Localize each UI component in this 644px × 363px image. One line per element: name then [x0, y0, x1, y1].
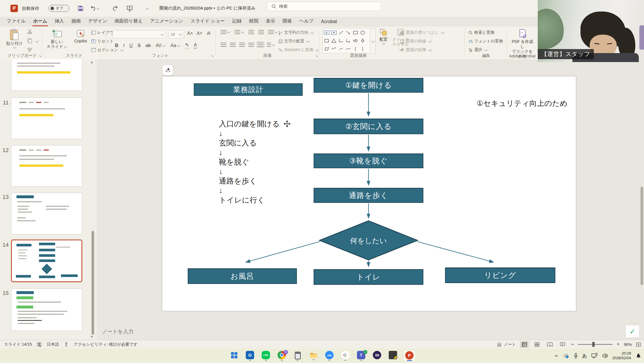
block-arrow-right-icon[interactable]	[352, 37, 359, 45]
tab-view[interactable]: 表示	[262, 16, 279, 27]
increase-indent-button[interactable]	[258, 30, 264, 34]
flow-node-3[interactable]: ③靴を脱ぐ	[314, 154, 423, 168]
powerpoint-taskbar-button[interactable]: P	[404, 351, 415, 361]
tab-acrobat[interactable]: Acrobat	[317, 17, 341, 27]
tab-insert[interactable]: 挿入	[51, 16, 68, 27]
find-replace-button[interactable]: 検索と置換	[468, 30, 494, 35]
notes-pane[interactable]: ノートを入力 ✓	[97, 323, 644, 340]
spell-check-icon[interactable]	[37, 342, 42, 347]
elbow-arrow-connector-icon[interactable]	[345, 37, 352, 45]
format-painter-button[interactable]	[27, 47, 32, 53]
mic-icon[interactable]	[574, 353, 578, 359]
tab-file[interactable]: ファイル	[3, 16, 29, 27]
reading-view-button[interactable]	[546, 341, 554, 348]
flow-node-2[interactable]: ②玄関に入る	[314, 119, 423, 134]
accessibility-icon[interactable]	[64, 342, 68, 347]
distribute-button[interactable]	[258, 43, 263, 47]
copy-button[interactable]	[27, 38, 32, 43]
explorer-taskbar-button[interactable]	[309, 352, 319, 360]
zoom-slider-thumb[interactable]	[592, 342, 595, 347]
numbering-button[interactable]	[234, 30, 244, 34]
chrome-taskbar-button[interactable]: 0	[277, 351, 287, 361]
zoom-in-button[interactable]: +	[617, 341, 620, 347]
thumbnail-scrollbar[interactable]	[92, 231, 94, 335]
tab-help[interactable]: ヘルプ	[295, 16, 317, 27]
flow-node-1[interactable]: ①鍵を開ける	[314, 78, 423, 93]
tab-slideshow[interactable]: スライド ショー	[187, 16, 229, 27]
line-taskbar-button[interactable]: LINE	[261, 351, 271, 361]
tab-developer[interactable]: 開発	[279, 16, 295, 27]
flow-node-4[interactable]: 通路を歩く	[314, 188, 423, 203]
elbow-connector-icon[interactable]	[337, 37, 345, 45]
flow-title-box[interactable]: 業務設計	[194, 83, 303, 96]
annotation-text[interactable]: ①セキュリティ向上のため	[477, 98, 567, 108]
triangle-icon[interactable]	[330, 37, 338, 45]
confirm-button[interactable]: ✓	[626, 325, 639, 338]
shape-gallery-more-button[interactable]	[371, 28, 376, 54]
font-size-input[interactable]: 18	[168, 30, 184, 38]
speaker-icon[interactable]	[602, 353, 608, 358]
arc-icon[interactable]	[337, 45, 345, 53]
line-shape-icon[interactable]	[337, 29, 345, 37]
text-box-icon[interactable]: A	[323, 29, 330, 37]
start-slideshow-button[interactable]	[125, 4, 135, 13]
tab-animations[interactable]: アニメーション	[146, 16, 187, 27]
notification-bell-icon[interactable]: z	[635, 353, 642, 359]
zoom-out-button[interactable]: −	[571, 341, 574, 347]
tray-chevron-icon[interactable]	[554, 354, 558, 357]
tab-review[interactable]: 校閲	[245, 16, 262, 27]
search-input[interactable]: 検索	[267, 2, 381, 11]
smartart-button[interactable]: SmartArt に変換	[278, 47, 319, 53]
slide-thumbnail-12[interactable]	[11, 145, 82, 187]
save-button[interactable]	[76, 4, 85, 13]
tab-transitions[interactable]: 画面切り替え	[111, 16, 146, 27]
italic-button[interactable]: I	[123, 43, 124, 48]
align-right-button[interactable]	[239, 43, 245, 47]
thumbnail-scroll-up-icon[interactable]: ▲	[90, 60, 94, 64]
teams-taskbar-button[interactable]: T ✓	[356, 351, 366, 361]
tab-record[interactable]: 記録	[228, 16, 245, 27]
columns-button[interactable]	[267, 43, 275, 47]
arrange-button[interactable]: 配置	[377, 28, 390, 45]
shape-outline-button[interactable]: 図形の枠線	[400, 39, 432, 44]
redo-button[interactable]	[110, 4, 120, 13]
outlook-taskbar-button[interactable]: O	[245, 351, 255, 361]
oval-icon[interactable]	[359, 29, 366, 37]
vertical-text-box-icon[interactable]: A	[330, 29, 338, 37]
accessibility-status[interactable]: アクセシビリティ: 検討が必要です	[74, 342, 137, 347]
autosave-toggle[interactable]: オフ	[49, 5, 69, 12]
process-text-list[interactable]: 入口の鍵を開ける ↓ 玄関に入る ↓ 靴を脱ぐ ↓ 通路を歩く ↓ トイレに行く	[219, 119, 280, 205]
rounded-rectangle-icon[interactable]	[323, 37, 330, 45]
start-button[interactable]	[229, 351, 239, 360]
align-center-button[interactable]	[230, 43, 236, 47]
zoom-level[interactable]: 96%	[624, 342, 632, 347]
onedrive-icon[interactable]: i	[563, 353, 569, 358]
text-direction-button[interactable]: A 文字列の方向	[278, 30, 314, 35]
zoom-slider[interactable]	[578, 344, 613, 345]
line-spacing-button[interactable]	[268, 30, 278, 34]
font-name-input[interactable]	[113, 30, 166, 38]
shape-fill-button[interactable]: 図形の塗りつぶし	[400, 30, 444, 35]
slide-thumbnail-10[interactable]	[11, 59, 82, 91]
clock[interactable]: 20:29 2026/02/04	[612, 351, 631, 360]
underline-button[interactable]: U	[129, 43, 133, 48]
flow-outcome-bath[interactable]: お風呂	[188, 268, 297, 284]
decrease-indent-button[interactable]	[248, 30, 254, 34]
text-shadow-button[interactable]: ab	[146, 43, 151, 48]
shape-effects-button[interactable]: 図形の効果	[400, 47, 432, 53]
font-color-button[interactable]: A	[194, 42, 197, 49]
clipboard-dialog-launcher[interactable]: ↘	[39, 54, 41, 58]
align-text-button[interactable]: 文字の配置	[278, 39, 310, 44]
left-brace-icon[interactable]: {	[352, 45, 359, 53]
change-case-button[interactable]: Aa	[170, 43, 180, 48]
fit-to-window-icon[interactable]	[636, 342, 641, 347]
notepad-taskbar-button[interactable]	[293, 351, 303, 361]
rectangle-icon[interactable]	[352, 29, 359, 37]
customize-toolbar-button[interactable]	[142, 4, 152, 13]
slide-sorter-button[interactable]	[533, 341, 541, 348]
slack-taskbar-button[interactable]	[340, 351, 350, 361]
designer-button[interactable]	[163, 65, 173, 75]
bold-button[interactable]: B	[115, 43, 118, 48]
right-brace-icon[interactable]: }	[359, 45, 366, 53]
arrow-line-icon[interactable]	[345, 29, 352, 37]
